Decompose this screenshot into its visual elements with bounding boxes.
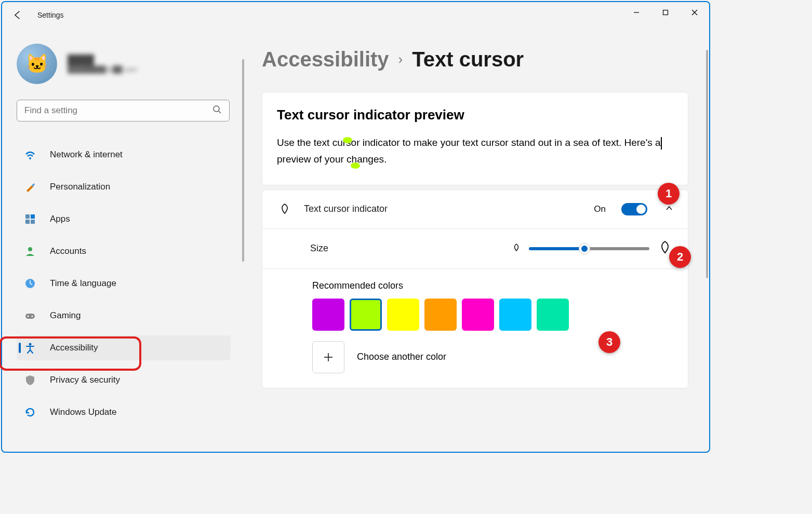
choose-color-row: Choose another color: [312, 341, 673, 373]
color-swatch-3[interactable]: [424, 299, 457, 331]
minimize-button[interactable]: [622, 2, 651, 23]
sidebar-item-accessibility[interactable]: Accessibility: [17, 335, 231, 360]
window-title: Settings: [37, 11, 64, 19]
sidebar-item-label: Gaming: [50, 310, 81, 321]
accessibility-icon: [24, 342, 36, 354]
sidebar-item-personalization[interactable]: Personalization: [17, 174, 231, 199]
color-row: [312, 299, 673, 331]
sidebar-item-label: Personalization: [50, 182, 110, 192]
chevron-up-icon[interactable]: [665, 204, 673, 214]
breadcrumb-parent[interactable]: Accessibility: [262, 48, 389, 71]
sidebar-scrollbar[interactable]: [242, 59, 244, 262]
indicator-label: Text cursor indicator: [304, 204, 388, 214]
slider-thumb[interactable]: [579, 243, 590, 254]
indicator-row: Text cursor indicator On: [262, 190, 688, 229]
preview-card: Text cursor indicator preview Use the te…: [262, 92, 688, 185]
svg-rect-1: [663, 10, 668, 15]
update-icon: [24, 406, 36, 418]
back-button[interactable]: [8, 6, 27, 24]
user-name: ████: [68, 55, 137, 65]
color-swatch-2[interactable]: [387, 299, 419, 331]
user-block[interactable]: 🐱 ████ ████████@██.com: [17, 44, 231, 84]
titlebar: Settings: [2, 2, 709, 28]
indicator-card: Text cursor indicator On Size: [262, 190, 688, 388]
svg-point-18: [29, 343, 32, 346]
main-content: Accessibility › Text cursor Text cursor …: [241, 28, 709, 452]
svg-rect-15: [25, 314, 35, 319]
sidebar-item-network[interactable]: Network & internet: [17, 142, 231, 167]
colors-section: Recommended colors Choo: [262, 269, 688, 388]
brush-icon: [24, 181, 36, 193]
svg-line-5: [219, 111, 221, 113]
gamepad-icon: [24, 309, 36, 322]
svg-point-4: [214, 106, 219, 112]
color-swatch-0[interactable]: [312, 299, 344, 331]
sidebar-item-apps[interactable]: Apps: [17, 207, 231, 232]
sidebar-item-label: Privacy & security: [50, 375, 120, 385]
size-max-icon: [657, 239, 673, 258]
sidebar-item-label: Time & language: [50, 278, 116, 289]
person-icon: [24, 245, 36, 258]
preview-text: Use the text cursor indicator to make yo…: [277, 134, 673, 168]
choose-color-label: Choose another color: [357, 351, 446, 362]
page-scrollbar[interactable]: [706, 50, 708, 278]
sidebar-item-update[interactable]: Windows Update: [17, 400, 231, 425]
size-label: Size: [310, 243, 328, 254]
sidebar-item-label: Accounts: [50, 246, 86, 256]
size-min-icon: [511, 242, 522, 255]
svg-point-16: [28, 316, 29, 317]
toggle-state-label: On: [594, 204, 606, 214]
sidebar-item-accounts[interactable]: Accounts: [17, 239, 231, 264]
avatar: 🐱: [17, 44, 57, 84]
close-button[interactable]: [680, 2, 709, 23]
preview-heading: Text cursor indicator preview: [277, 107, 673, 123]
clock-icon: [24, 277, 36, 290]
color-swatch-6[interactable]: [537, 299, 569, 331]
shield-icon: [24, 374, 36, 386]
page-title: Text cursor: [412, 48, 524, 71]
color-swatch-4[interactable]: [462, 299, 494, 331]
search-icon: [212, 105, 222, 116]
search-box[interactable]: [17, 100, 230, 121]
window-controls: [622, 2, 709, 23]
svg-rect-10: [31, 220, 35, 224]
maximize-button[interactable]: [651, 2, 680, 23]
breadcrumb: Accessibility › Text cursor: [262, 48, 688, 71]
svg-rect-9: [25, 220, 30, 224]
user-text: ████ ████████@██.com: [68, 55, 137, 73]
sidebar-item-time[interactable]: Time & language: [17, 271, 231, 296]
sidebar: 🐱 ████ ████████@██.com Network & interne…: [2, 28, 241, 452]
cursor-indicator-bottom: [351, 163, 360, 169]
sidebar-item-label: Accessibility: [50, 343, 98, 353]
svg-point-11: [28, 247, 32, 251]
sidebar-item-privacy[interactable]: Privacy & security: [17, 368, 231, 393]
svg-point-6: [29, 157, 31, 159]
svg-rect-7: [25, 214, 30, 219]
wifi-icon: [24, 148, 36, 161]
color-swatch-1[interactable]: [350, 299, 382, 331]
cursor-indicator-top: [343, 137, 352, 143]
chevron-right-icon: ›: [398, 51, 403, 67]
svg-point-17: [32, 316, 33, 317]
text-cursor-icon: [661, 137, 662, 150]
cursor-indicator-icon: [277, 201, 292, 217]
sidebar-item-label: Apps: [50, 214, 70, 224]
svg-rect-8: [31, 214, 35, 219]
search-input[interactable]: [24, 105, 212, 116]
size-slider[interactable]: [529, 247, 649, 250]
choose-color-button[interactable]: [312, 341, 344, 373]
settings-window: Settings 🐱 ████ ████████@██.com Ne: [1, 1, 710, 453]
indicator-toggle[interactable]: [621, 203, 647, 215]
colors-title: Recommended colors: [312, 280, 673, 291]
sidebar-item-label: Windows Update: [50, 407, 117, 417]
user-email: ████████@██.com: [68, 65, 137, 73]
apps-icon: [24, 213, 36, 225]
size-row: Size: [262, 229, 688, 269]
sidebar-item-label: Network & internet: [50, 150, 123, 160]
sidebar-item-gaming[interactable]: Gaming: [17, 303, 231, 328]
color-swatch-5[interactable]: [499, 299, 531, 331]
